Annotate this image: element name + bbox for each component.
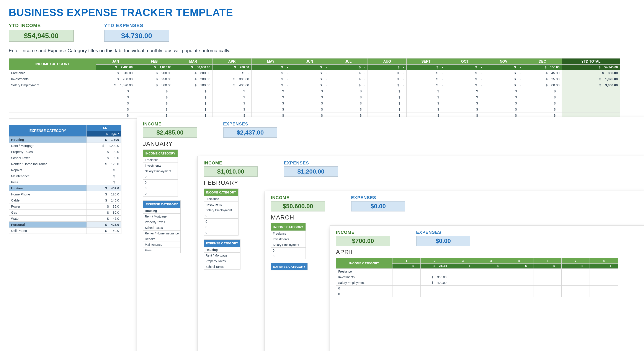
expense-item-row[interactable]: Home Phone120.0 <box>9 191 122 197</box>
income-cell[interactable]: 560.00 <box>135 82 174 88</box>
april-row[interactable]: Salary Employment400.00 <box>336 280 618 286</box>
income-row-empty[interactable] <box>9 94 620 100</box>
mini-row[interactable]: 0 <box>143 174 178 180</box>
income-row-name: Salary Employment <box>9 82 96 88</box>
mini-row[interactable]: Freelance <box>204 196 238 202</box>
mini-row[interactable]: 0 <box>204 224 238 230</box>
mini-row[interactable]: Maintenance <box>143 242 180 247</box>
expense-item-row[interactable]: Rent / Mortgage1,200.0 <box>9 143 122 149</box>
mini-row[interactable]: 0 <box>271 253 306 259</box>
expense-group-row[interactable]: Utilities407.0 <box>9 185 122 191</box>
income-row[interactable]: Investments250.00250.00200.00300.00-----… <box>9 76 620 82</box>
mini-row[interactable]: 0 <box>271 248 306 253</box>
mini-row[interactable]: Property Taxes <box>204 258 240 264</box>
mini-row[interactable]: Salary Employment <box>143 168 178 174</box>
kpi-expense: YTD EXPENSES $4,730.00 <box>104 23 169 42</box>
april-row[interactable]: Freelance <box>336 269 618 274</box>
income-cell[interactable]: - <box>290 70 329 76</box>
expense-item-row[interactable]: Maintenance <box>9 173 122 179</box>
income-cell[interactable]: - <box>406 76 446 82</box>
income-cell[interactable]: 300.00 <box>212 76 251 82</box>
mini-row[interactable]: 0 <box>143 185 178 191</box>
income-cell[interactable]: 80.00 <box>523 82 562 88</box>
april-row[interactable]: Investments300.00 <box>336 274 618 280</box>
income-cell[interactable]: - <box>329 82 368 88</box>
expense-group-row[interactable]: Personal425.0 <box>9 222 122 228</box>
income-cell[interactable]: - <box>484 82 523 88</box>
mini-row[interactable]: Freelance <box>271 231 306 236</box>
month-header: MAR <box>174 58 212 64</box>
income-row-empty[interactable] <box>9 100 620 106</box>
mini-row[interactable]: Rent / Mortgage <box>204 253 240 258</box>
expense-item-row[interactable]: Repairs <box>9 167 122 173</box>
income-cell[interactable]: - <box>368 76 406 82</box>
mini-row[interactable]: 0 <box>143 180 178 185</box>
mini-row[interactable]: School Taxes <box>204 264 240 270</box>
expense-item-row[interactable]: Power85.0 <box>9 203 122 210</box>
income-cell[interactable]: 1,920.00 <box>96 82 135 88</box>
mini-row[interactable]: Salary Employment <box>271 242 306 248</box>
income-cell[interactable]: - <box>212 70 251 76</box>
mini-row[interactable]: Freelance <box>143 157 178 163</box>
income-cell[interactable]: 300.00 <box>174 70 212 76</box>
mini-row[interactable]: Fees <box>143 247 180 253</box>
income-cell[interactable]: - <box>406 82 446 88</box>
income-cell[interactable]: - <box>368 82 406 88</box>
income-cell[interactable]: 250.00 <box>135 76 174 82</box>
expense-item-row[interactable]: Cell Phone150.0 <box>9 228 122 234</box>
expense-item-row[interactable]: Fees <box>9 179 122 185</box>
mini-row[interactable]: Rent / Mortgage <box>143 214 180 219</box>
expense-item-row[interactable]: Cable145.0 <box>9 197 122 203</box>
income-cell[interactable]: - <box>484 70 523 76</box>
expense-item-row[interactable]: Water45.0 <box>9 216 122 222</box>
income-cell[interactable]: - <box>290 82 329 88</box>
mini-row[interactable]: Investments <box>143 163 178 168</box>
mini-row[interactable]: 0 <box>204 213 238 219</box>
income-cell[interactable]: - <box>446 82 484 88</box>
income-cell[interactable]: - <box>329 70 368 76</box>
card-april[interactable]: INCOME$700.00EXPENSES$0.00APRILINCOME CA… <box>330 225 644 351</box>
income-cell[interactable]: - <box>329 76 368 82</box>
income-cell[interactable]: 315.00 <box>96 70 135 76</box>
mini-row[interactable]: Property Taxes <box>143 219 180 225</box>
mini-row[interactable]: 0 <box>204 230 238 236</box>
april-row[interactable]: 0 <box>336 291 618 297</box>
income-cell[interactable]: - <box>446 70 484 76</box>
income-cell[interactable]: - <box>446 76 484 82</box>
income-cell[interactable]: 25.00 <box>523 76 562 82</box>
income-cell[interactable]: 400.00 <box>212 82 251 88</box>
april-row[interactable]: 0 <box>336 286 618 291</box>
income-cell[interactable]: - <box>368 70 406 76</box>
income-row[interactable]: Salary Employment1,920.00560.00100.00400… <box>9 82 620 88</box>
mini-row[interactable]: Salary Employment <box>204 207 238 213</box>
income-cell[interactable]: - <box>406 70 446 76</box>
mini-row[interactable]: Renter / Home Insurance <box>143 231 180 236</box>
income-cell[interactable]: - <box>251 82 290 88</box>
income-cell[interactable]: - <box>251 76 290 82</box>
income-cell[interactable]: - <box>290 76 329 82</box>
income-row-empty[interactable] <box>9 106 620 112</box>
income-row-empty[interactable] <box>9 88 620 94</box>
income-cell[interactable]: 200.00 <box>174 76 212 82</box>
expense-item-row[interactable]: Property Taxes90.0 <box>9 149 122 155</box>
income-cell[interactable]: 250.00 <box>96 76 135 82</box>
mini-table: INCOME CATEGORYFreelanceInvestmentsSalar… <box>204 189 238 236</box>
mini-row[interactable]: Repairs <box>143 236 180 242</box>
mini-row[interactable]: School Taxes <box>143 225 180 231</box>
mini-row[interactable]: Investments <box>204 202 238 207</box>
expense-item-row[interactable]: Renter / Home Insurance120.0 <box>9 161 122 167</box>
income-cell[interactable]: 100.00 <box>174 82 212 88</box>
mini-row[interactable]: Investments <box>271 236 306 242</box>
month-name: JANUARY <box>143 140 638 147</box>
mini-row[interactable]: 0 <box>143 191 178 197</box>
income-row[interactable]: Freelance315.00200.00300.00--------45.00… <box>9 70 620 76</box>
april-day-header: 6 <box>534 258 562 264</box>
expense-group-row[interactable]: Housing1,500 <box>9 137 122 143</box>
income-cell[interactable]: 200.00 <box>135 70 174 76</box>
expense-item-row[interactable]: School Taxes90.0 <box>9 155 122 161</box>
income-cell[interactable]: - <box>484 76 523 82</box>
income-cell[interactable]: 45.00 <box>523 70 562 76</box>
expense-item-row[interactable]: Gas80.0 <box>9 210 122 216</box>
income-cell[interactable]: - <box>251 70 290 76</box>
mini-row[interactable]: 0 <box>204 219 238 224</box>
